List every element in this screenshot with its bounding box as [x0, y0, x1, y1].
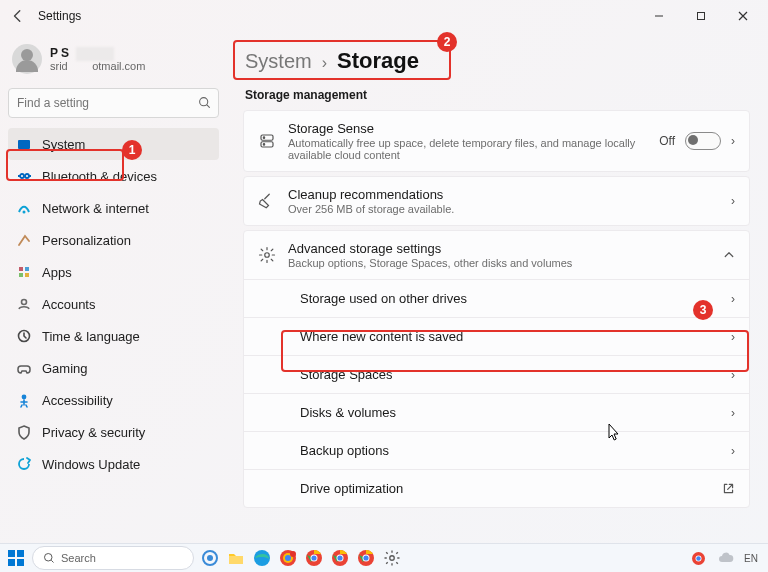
breadcrumb-parent[interactable]: System — [245, 50, 312, 73]
svg-point-26 — [45, 554, 53, 562]
nav-label: Bluetooth & devices — [42, 169, 157, 184]
cloud-icon — [718, 552, 734, 564]
cleanup-recommendations-row[interactable]: Cleanup recommendations Over 256 MB of s… — [243, 176, 750, 226]
windows-icon — [7, 549, 25, 567]
nav-list: SystemBluetooth & devicesNetwork & inter… — [8, 128, 219, 480]
sidebar-item-apps[interactable]: Apps — [8, 256, 219, 288]
taskbar-chrome-2[interactable] — [304, 548, 324, 568]
sidebar-item-bluetooth-devices[interactable]: Bluetooth & devices — [8, 160, 219, 192]
open-external-icon — [722, 482, 735, 495]
svg-point-9 — [23, 211, 26, 214]
svg-rect-30 — [229, 556, 243, 564]
nav-icon — [16, 232, 32, 248]
svg-point-48 — [696, 556, 700, 560]
maximize-icon — [696, 11, 706, 21]
taskbar-chrome-1[interactable] — [278, 548, 298, 568]
tray-cloud[interactable] — [716, 548, 736, 568]
sidebar-item-personalization[interactable]: Personalization — [8, 224, 219, 256]
advanced-sub-backup-options[interactable]: Backup options› — [244, 431, 749, 469]
sidebar-item-network-internet[interactable]: Network & internet — [8, 192, 219, 224]
sidebar-item-privacy-security[interactable]: Privacy & security — [8, 416, 219, 448]
taskbar-chrome-3[interactable] — [330, 548, 350, 568]
copilot-icon — [201, 549, 219, 567]
svg-rect-22 — [8, 550, 15, 557]
svg-rect-11 — [25, 267, 29, 271]
svg-point-21 — [265, 253, 270, 258]
section-title: Storage management — [245, 88, 750, 102]
svg-point-44 — [363, 555, 368, 560]
back-button[interactable] — [4, 2, 32, 30]
tray-lang[interactable]: EN — [744, 553, 758, 564]
svg-line-3 — [207, 105, 209, 107]
storage-sense-row[interactable]: Storage Sense Automatically free up spac… — [243, 110, 750, 172]
taskbar-explorer[interactable] — [226, 548, 246, 568]
nav-label: Apps — [42, 265, 72, 280]
storage-sense-toggle[interactable] — [685, 132, 721, 150]
nav-icon — [16, 456, 32, 472]
svg-point-20 — [263, 144, 264, 145]
sidebar: P S srid otmail.com SystemBluetooth & de… — [0, 32, 227, 544]
chrome-icon — [279, 549, 297, 567]
row-subtitle: Automatically free up space, delete temp… — [288, 137, 647, 161]
minimize-button[interactable] — [638, 2, 680, 30]
svg-point-14 — [22, 300, 27, 305]
svg-rect-1 — [698, 13, 705, 20]
start-button[interactable] — [6, 548, 26, 568]
subrow-label: Storage used on other drives — [300, 291, 467, 306]
storage-sense-icon — [258, 132, 276, 150]
nav-label: Windows Update — [42, 457, 140, 472]
arrow-left-icon — [11, 9, 25, 23]
sidebar-item-windows-update[interactable]: Windows Update — [8, 448, 219, 480]
chrome-icon — [305, 549, 323, 567]
subrow-label: Drive optimization — [300, 481, 403, 496]
sidebar-item-time-language[interactable]: Time & language — [8, 320, 219, 352]
chevron-right-icon: › — [731, 292, 735, 306]
taskbar-settings[interactable] — [382, 548, 402, 568]
chevron-right-icon: › — [731, 368, 735, 382]
row-subtitle: Over 256 MB of storage available. — [288, 203, 719, 215]
advanced-sub-storage-used-on-other-drives[interactable]: Storage used on other drives› — [244, 279, 749, 317]
chevron-right-icon: › — [322, 54, 327, 72]
sidebar-item-system[interactable]: System — [8, 128, 219, 160]
row-title: Cleanup recommendations — [288, 187, 719, 202]
advanced-storage-settings-row: Advanced storage settings Backup options… — [243, 230, 750, 508]
window-controls — [638, 2, 764, 30]
svg-rect-7 — [18, 175, 20, 177]
advanced-sub-disks-volumes[interactable]: Disks & volumes› — [244, 393, 749, 431]
taskbar-copilot[interactable] — [200, 548, 220, 568]
nav-label: Time & language — [42, 329, 140, 344]
chevron-right-icon: › — [731, 134, 735, 148]
svg-rect-24 — [8, 559, 15, 566]
taskbar-search[interactable]: Search — [32, 546, 194, 570]
svg-point-5 — [20, 174, 24, 178]
nav-label: Network & internet — [42, 201, 149, 216]
svg-point-6 — [25, 174, 29, 178]
close-button[interactable] — [722, 2, 764, 30]
sidebar-item-gaming[interactable]: Gaming — [8, 352, 219, 384]
chevron-right-icon: › — [731, 194, 735, 208]
nav-icon — [16, 424, 32, 440]
search-input[interactable] — [8, 88, 219, 118]
svg-point-45 — [390, 556, 395, 561]
maximize-button[interactable] — [680, 2, 722, 30]
taskbar-edge[interactable] — [252, 548, 272, 568]
nav-label: System — [42, 137, 85, 152]
chrome-icon — [691, 551, 706, 566]
advanced-storage-header[interactable]: Advanced storage settings Backup options… — [244, 231, 749, 279]
nav-label: Accessibility — [42, 393, 113, 408]
advanced-sub-where-new-content-is-saved[interactable]: Where new content is saved› — [244, 317, 749, 355]
tray-chrome[interactable] — [688, 548, 708, 568]
advanced-sub-drive-optimization[interactable]: Drive optimization — [244, 469, 749, 507]
titlebar: Settings — [0, 0, 768, 32]
sidebar-item-accounts[interactable]: Accounts — [8, 288, 219, 320]
window-title: Settings — [38, 9, 81, 23]
advanced-sub-storage-spaces[interactable]: Storage Spaces› — [244, 355, 749, 393]
nav-label: Privacy & security — [42, 425, 145, 440]
chevron-right-icon: › — [731, 330, 735, 344]
sidebar-item-accessibility[interactable]: Accessibility — [8, 384, 219, 416]
nav-icon — [16, 264, 32, 280]
toggle-label: Off — [659, 134, 675, 148]
svg-point-19 — [263, 137, 264, 138]
gear-icon — [383, 549, 401, 567]
taskbar-chrome-4[interactable] — [356, 548, 376, 568]
